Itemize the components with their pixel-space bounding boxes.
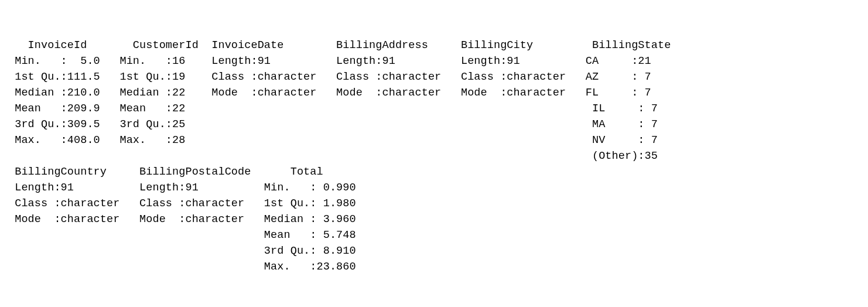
summary-line: (Other):35 — [8, 150, 678, 162]
summary-line: Max. :23.860 — [8, 261, 369, 273]
summary-line: Median :210.0 Median :22 Mode :character… — [8, 87, 671, 99]
summary-line: 3rd Qu.:309.5 3rd Qu.:25 MA : 7 — [8, 118, 678, 131]
summary-line: Mean :209.9 Mean :22 IL : 7 — [8, 103, 678, 115]
summary-line: Max. :408.0 Max. :28 NV : 7 — [8, 134, 678, 146]
summary-line: Length:91 Length:91 Min. : 0.990 — [8, 182, 369, 194]
r-summary-output: InvoiceId CustomerId InvoiceDate Billing… — [8, 37, 860, 275]
summary-line: Min. : 5.0 Min. :16 Length:91 Length:91 … — [8, 55, 671, 67]
summary-line: InvoiceId CustomerId InvoiceDate Billing… — [8, 39, 671, 52]
summary-line: 3rd Qu.: 8.910 — [8, 245, 369, 257]
summary-line: 1st Qu.:111.5 1st Qu.:19 Class :characte… — [8, 71, 671, 83]
summary-line: Mean : 5.748 — [8, 229, 369, 241]
summary-line: Class :character Class :character 1st Qu… — [8, 197, 369, 210]
summary-line: Mode :character Mode :character Median :… — [8, 213, 369, 226]
summary-line: BillingCountry BillingPostalCode Total — [8, 166, 369, 178]
